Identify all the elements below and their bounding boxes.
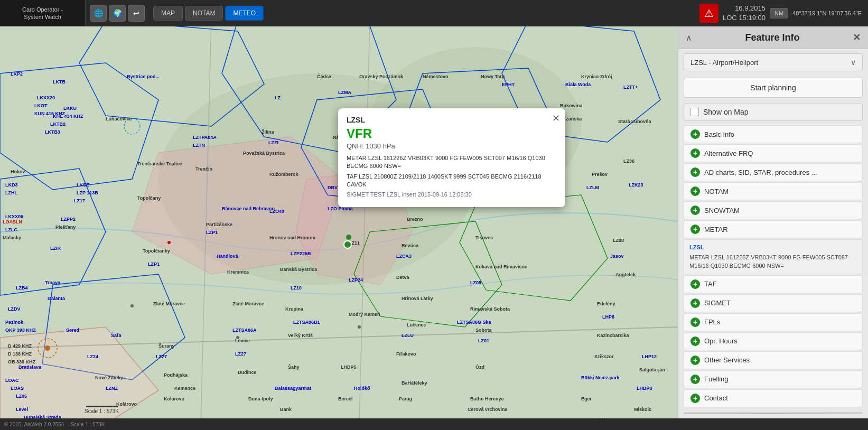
feature-label-contact: Contact [704, 394, 728, 402]
plus-icon-other-services: + [690, 356, 700, 365]
copyright-text: © 2015, AisWeb 2.0.2564 [4, 422, 64, 427]
main-area: LKP2 LKTB LKKU KHE 434 KHZ LKTB2 LKTB3 L… [0, 26, 868, 418]
chevron-down-icon: ∨ [851, 58, 856, 67]
metar-text-block: LZSL METAR LZSL 161226Z VRB03KT 9000 FG … [684, 239, 863, 274]
map-background [0, 26, 678, 418]
feature-label-notam: NOTAM [704, 188, 729, 195]
airport-selector[interactable]: LZSL - Airport/Heliport ∨ [684, 53, 863, 71]
svg-point-21 [236, 336, 239, 339]
sidebar-header: ∧ Feature Info ✕ [678, 26, 868, 49]
show-on-map-row[interactable]: Show on Map [684, 103, 863, 121]
feature-label-basic-info: Basic Info [704, 130, 734, 138]
sidebar-close-button[interactable]: ✕ [853, 32, 861, 43]
popup-close-button[interactable]: ✕ [552, 113, 560, 124]
plus-icon-snowtam: + [690, 205, 700, 215]
feature-item-metar[interactable]: + METAR [684, 220, 863, 238]
feature-item-other-services[interactable]: + Other Services [684, 351, 863, 369]
app-title-text: Caro Operator -System Watch [22, 6, 63, 21]
plus-icon-fpls: + [690, 317, 700, 327]
metar-lzsl-label: LZSL [689, 243, 857, 252]
popup-taf: TAF LZSL 210800Z 2109/2118 1400SKT 9999 … [347, 173, 557, 189]
lzsl-marker[interactable] [343, 240, 352, 249]
feature-item-alt-frq[interactable]: + Alternative FRQ [684, 144, 863, 162]
sidebar-title: Feature Info [692, 32, 853, 43]
metar-full-text: METAR LZSL 161226Z VRB03KT 9000 FG FEW00… [689, 253, 857, 270]
feature-label-opr-hours: Opr. Hours [704, 337, 738, 345]
popup-sigmet: SIGMET TEST LZSL insert 2015-09-16 12:08… [347, 191, 557, 198]
coord-display: 48°37'19.1"N 19°07'36.4"E [792, 10, 862, 16]
globe1-icon[interactable]: 🌐 [90, 5, 107, 22]
mini-map-svg [684, 413, 862, 414]
app-title-block: Caro Operator -System Watch [0, 0, 86, 26]
plus-icon-contact: + [690, 394, 700, 403]
feature-label-fpls: FPLs [704, 318, 720, 326]
scale-label: Scale 1 : 573K [85, 408, 119, 414]
feature-item-fpls[interactable]: + FPLs [684, 313, 863, 331]
show-on-map-label: Show on Map [703, 108, 749, 116]
bottom-bar: © 2015, AisWeb 2.0.2564 Scale 1 : 573K [0, 418, 868, 430]
svg-point-20 [130, 304, 134, 307]
feature-label-alt-frq: Alternative FRQ [704, 149, 753, 157]
mini-map [684, 413, 863, 415]
feature-item-ad-charts[interactable]: + AD charts, SID, STAR, procedures ... [684, 163, 863, 181]
feature-item-sigmet[interactable]: + SIGMET [684, 294, 863, 312]
scale-line [86, 406, 118, 407]
feature-label-ad-charts: AD charts, SID, STAR, procedures ... [704, 169, 817, 176]
feature-label-taf: TAF [704, 280, 717, 288]
topbar-right: ⚠ 16.9.2015 LOC 15:19:00 NM 48°37'19.1"N… [699, 4, 868, 23]
feature-item-opr-hours[interactable]: + Opr. Hours [684, 332, 863, 350]
plus-icon-basic-info: + [690, 129, 700, 139]
back-icon[interactable]: ↩ [128, 5, 145, 22]
feature-label-fuelling: Fuelling [704, 375, 729, 383]
start-planning-button[interactable]: Start planning [684, 78, 863, 98]
plus-icon-fuelling: + [690, 375, 700, 384]
svg-point-22 [358, 325, 361, 329]
feature-item-notam[interactable]: + NOTAM [684, 182, 863, 200]
time-text: LOC 15:19:00 [723, 13, 766, 23]
alert-icon[interactable]: ⚠ [699, 4, 718, 23]
top-bar: Caro Operator -System Watch 🌐 🌍 ↩ MAP NO… [0, 0, 868, 26]
feature-item-snowtam[interactable]: + SNOWTAM [684, 201, 863, 219]
plus-icon-taf: + [690, 279, 700, 289]
feature-label-sigmet: SIGMET [704, 299, 731, 307]
show-on-map-checkbox[interactable] [690, 108, 699, 116]
popup-airport-code: LZSL [347, 116, 557, 124]
feature-item-taf[interactable]: + TAF [684, 275, 863, 293]
feature-items-list: + Basic Info + Alternative FRQ + AD char… [678, 124, 868, 408]
globe2-icon[interactable]: 🌍 [109, 5, 126, 22]
plus-icon-metar: + [690, 225, 700, 234]
svg-point-24 [346, 235, 351, 240]
popup-metar: METAR LZSL 161226Z VRB03KT 9000 FG FEW00… [347, 154, 557, 171]
plus-icon-opr-hours: + [690, 336, 700, 346]
feature-label-snowtam: SNOWTAM [704, 207, 740, 214]
plus-icon-sigmet: + [690, 298, 700, 308]
feature-label-metar: METAR [704, 226, 728, 233]
feature-item-contact[interactable]: + Contact [684, 389, 863, 407]
feature-item-fuelling[interactable]: + Fuelling [684, 370, 863, 388]
popup-qnh: QNH: 1030 hPa [347, 142, 557, 150]
date-display: 16.9.2015 LOC 15:19:00 [723, 4, 766, 23]
sidebar: ∧ Feature Info ✕ LZSL - Airport/Heliport… [678, 26, 868, 418]
plus-icon-ad-charts: + [690, 167, 700, 177]
nav-icons-group: 🌐 🌍 ↩ [86, 5, 149, 22]
scale-text: Scale 1 : 573K [70, 422, 105, 427]
tab-meteo[interactable]: METEO [225, 6, 264, 21]
plus-icon-alt-frq: + [690, 148, 700, 158]
svg-point-19 [45, 345, 50, 351]
popup-status: VFR [347, 126, 557, 141]
nav-tabs: MAP NOTAM METEO [149, 6, 268, 21]
date-text: 16.9.2015 [723, 4, 766, 13]
plus-icon-notam: + [690, 186, 700, 196]
feature-label-other-services: Other Services [704, 356, 750, 364]
tab-map[interactable]: MAP [153, 6, 183, 21]
feature-item-basic-info[interactable]: + Basic Info [684, 125, 863, 143]
scale-bar: Scale 1 : 573K [85, 406, 119, 414]
airport-selector-label: LZSL - Airport/Heliport [690, 59, 758, 67]
chevron-up-icon[interactable]: ∧ [686, 33, 692, 43]
svg-point-23 [167, 241, 171, 244]
tab-notam[interactable]: NOTAM [185, 6, 223, 21]
map-container[interactable]: LKP2 LKTB LKKU KHE 434 KHZ LKTB2 LKTB3 L… [0, 26, 678, 418]
map-popup: ✕ LZSL VFR QNH: 1030 hPa METAR LZSL 1612… [338, 108, 565, 207]
nm-button[interactable]: NM [770, 8, 788, 18]
